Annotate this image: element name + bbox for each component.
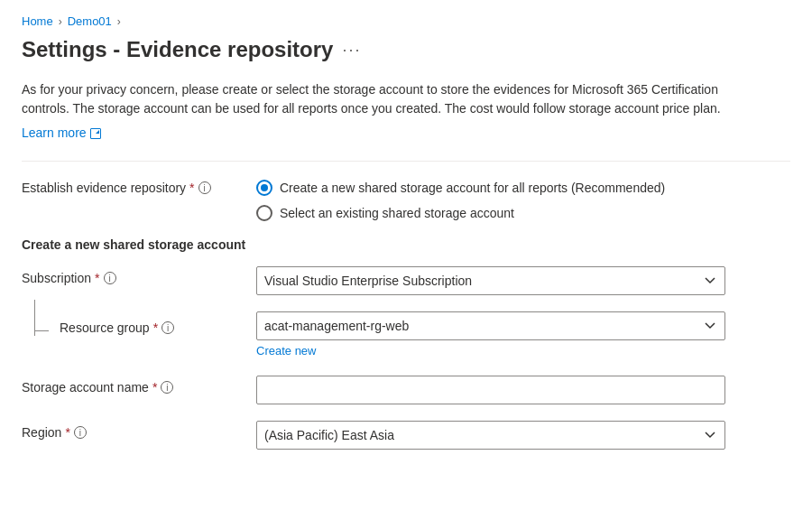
region-row: Region * i (Asia Pacific) East Asia <box>22 421 790 450</box>
page-title-row: Settings - Evidence repository ··· <box>22 37 790 62</box>
region-label-text: Region <box>22 425 61 440</box>
radio-label-1: Create a new shared storage account for … <box>280 181 665 195</box>
breadcrumb-home[interactable]: Home <box>22 14 53 28</box>
description-section: As for your privacy concern, please crea… <box>22 80 725 143</box>
establish-required: * <box>189 181 194 195</box>
external-link-icon <box>90 128 101 139</box>
breadcrumb-demo[interactable]: Demo01 <box>68 14 112 28</box>
resource-group-label-text: Resource group <box>60 320 150 335</box>
establish-info-icon[interactable]: i <box>198 181 211 194</box>
resource-group-info-icon[interactable]: i <box>161 321 174 334</box>
divider <box>22 161 790 162</box>
create-new-link[interactable]: Create new <box>256 344 725 358</box>
region-required: * <box>65 425 69 440</box>
storage-account-info-icon[interactable]: i <box>161 381 173 394</box>
region-info-icon[interactable]: i <box>74 426 87 439</box>
resource-group-required: * <box>153 320 158 335</box>
region-control: (Asia Pacific) East Asia <box>256 421 725 450</box>
radio-circle-1 <box>256 180 272 196</box>
establish-row: Establish evidence repository * i Create… <box>22 176 790 221</box>
storage-account-input[interactable] <box>256 376 725 404</box>
storage-account-label-container: Storage account name * i <box>22 376 256 395</box>
subscription-label-text: Subscription <box>22 271 91 285</box>
learn-more-label: Learn more <box>22 124 87 143</box>
resource-group-row: Resource group * i acat-management-rg-we… <box>22 311 790 361</box>
learn-more-link[interactable]: Learn more <box>22 124 101 143</box>
breadcrumb-separator-1: › <box>59 15 62 28</box>
storage-account-row: Storage account name * i <box>22 376 790 404</box>
radio-circle-2 <box>256 205 272 221</box>
form-section: Establish evidence repository * i Create… <box>22 176 790 450</box>
resource-group-control: acat-management-rg-web Create new <box>256 311 725 358</box>
subscription-info-icon[interactable]: i <box>104 272 116 284</box>
radio-label-2: Select an existing shared storage accoun… <box>280 206 514 220</box>
subscription-label-container: Subscription * i <box>22 266 256 285</box>
radio-option-2[interactable]: Select an existing shared storage accoun… <box>256 205 725 221</box>
more-options-icon[interactable]: ··· <box>342 41 361 60</box>
resource-group-dropdown[interactable]: acat-management-rg-web <box>256 311 725 340</box>
region-label-container: Region * i <box>22 421 256 440</box>
storage-account-required: * <box>152 380 157 395</box>
storage-account-label-text: Storage account name <box>22 380 149 395</box>
establish-label-container: Establish evidence repository * i <box>22 176 256 195</box>
region-dropdown[interactable]: (Asia Pacific) East Asia <box>256 421 725 450</box>
breadcrumb-separator-2: › <box>117 15 121 28</box>
subscription-required: * <box>95 271 99 285</box>
description-text: As for your privacy concern, please crea… <box>22 80 725 118</box>
establish-label-text: Establish evidence repository <box>22 181 186 195</box>
tree-connector <box>34 316 52 361</box>
resource-group-label-text-wrap: Resource group * i <box>60 316 174 335</box>
tree-horiz-line <box>34 330 49 331</box>
page-title: Settings - Evidence repository <box>22 37 333 62</box>
radio-option-1[interactable]: Create a new shared storage account for … <box>256 180 725 196</box>
subscription-control: Visual Studio Enterprise Subscription <box>256 266 725 295</box>
create-section-heading: Create a new shared storage account <box>22 237 790 252</box>
subscription-dropdown[interactable]: Visual Studio Enterprise Subscription <box>256 266 725 295</box>
breadcrumb: Home › Demo01 › <box>22 14 790 28</box>
subscription-row: Subscription * i Visual Studio Enterpris… <box>22 266 790 295</box>
radio-group: Create a new shared storage account for … <box>256 176 725 221</box>
resource-group-label-container: Resource group * i <box>22 311 256 361</box>
storage-account-control <box>256 376 725 404</box>
